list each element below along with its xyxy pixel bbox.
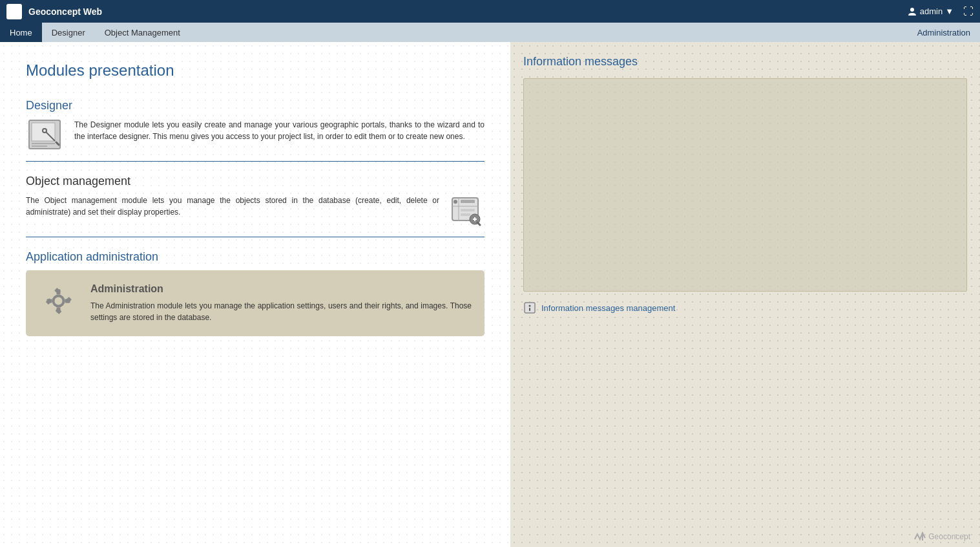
svg-rect-15 (461, 213, 470, 216)
svg-point-30 (529, 305, 531, 307)
svg-point-12 (454, 200, 457, 204)
info-messages-link[interactable]: Information messages management (523, 301, 967, 314)
designer-title: Designer (26, 99, 485, 113)
object-icon-svg (449, 195, 485, 227)
user-icon (907, 6, 917, 17)
user-menu[interactable]: admin ▼ (907, 6, 954, 17)
left-panel: Modules presentation Designer (0, 42, 510, 547)
info-messages-link-label: Information messages management (541, 303, 675, 313)
nav-object-management[interactable]: Object Management (95, 23, 190, 42)
app-title: Geoconcept Web (28, 6, 102, 17)
page-title: Modules presentation (26, 61, 485, 80)
user-label: admin (920, 6, 943, 16)
navbar-right: Administration (917, 23, 980, 42)
designer-body: The Designer module lets you easily crea… (26, 119, 485, 162)
svg-rect-28 (55, 308, 61, 314)
nav-designer[interactable]: Designer (42, 23, 95, 42)
geoconcept-logo: Geoconcept (913, 531, 970, 542)
info-icon (523, 301, 536, 314)
app-admin-section-title: Application administration (26, 250, 485, 264)
navbar: Home Designer Object Management Administ… (0, 23, 980, 42)
info-messages-title: Information messages (523, 55, 967, 69)
app-header: Geoconcept Web admin ▼ ⛶ (0, 0, 980, 23)
left-panel-content: Modules presentation Designer (26, 61, 485, 336)
admin-section-box: Administration The Administration module… (26, 270, 485, 336)
svg-rect-13 (461, 200, 475, 203)
svg-rect-14 (461, 209, 475, 211)
dropdown-icon: ▼ (945, 6, 954, 16)
nav-home[interactable]: Home (0, 23, 42, 42)
app-admin-section: Application administration (26, 250, 485, 336)
designer-icon-svg (28, 119, 63, 151)
header-right: admin ▼ ⛶ (907, 6, 974, 17)
object-management-section: Object management The Object management … (26, 175, 485, 237)
svg-rect-31 (529, 308, 530, 311)
main-content: Modules presentation Designer (0, 42, 980, 547)
object-management-title: Object management (26, 175, 485, 188)
geoconcept-logo-icon (913, 531, 926, 542)
header-left: Geoconcept Web (6, 4, 102, 19)
app-logo (6, 4, 22, 19)
designer-icon (26, 119, 65, 151)
admin-section-description: The Administration module lets you manag… (90, 300, 472, 323)
svg-point-1 (910, 8, 914, 12)
designer-section: Designer The Designer module (26, 99, 485, 162)
info-messages-box (523, 78, 967, 292)
object-management-description: The Object management module lets you ma… (26, 195, 439, 218)
maximize-button[interactable]: ⛶ (963, 6, 974, 17)
gear-icon (39, 283, 78, 319)
admin-section-module-title: Administration (90, 283, 472, 295)
geoconcept-text: Geoconcept (928, 532, 970, 541)
administration-link[interactable]: Administration (917, 28, 970, 38)
right-panel: Information messages Information message… (510, 42, 980, 547)
svg-point-20 (54, 297, 62, 305)
admin-section-content: Administration The Administration module… (90, 283, 472, 323)
object-management-icon (449, 195, 485, 227)
navbar-items: Home Designer Object Management (0, 23, 190, 42)
right-panel-content: Information messages Information message… (523, 55, 967, 314)
gear-icon-svg (41, 283, 76, 319)
designer-description: The Designer module lets you easily crea… (74, 119, 485, 142)
object-management-body: The Object management module lets you ma… (26, 195, 485, 237)
